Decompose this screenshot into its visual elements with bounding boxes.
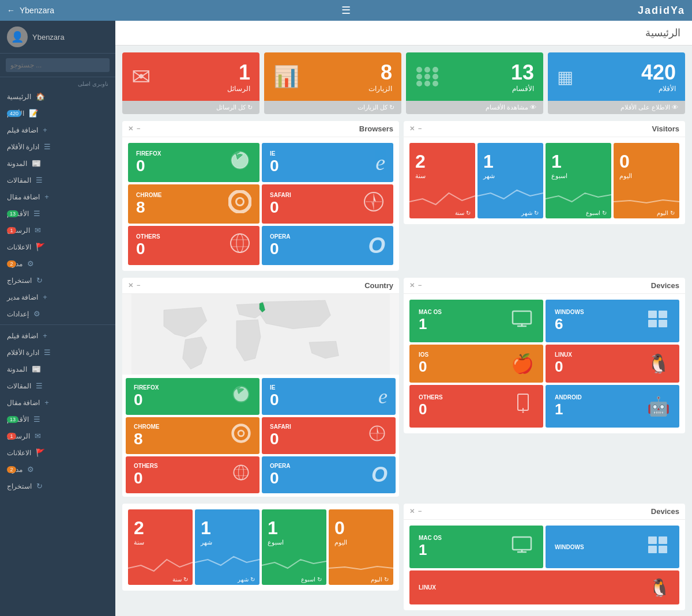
minimize-icon[interactable]: − bbox=[137, 125, 140, 133]
browsers-panel-header: ✕ − Browsers bbox=[122, 121, 399, 137]
minimize2-icon[interactable]: − bbox=[418, 125, 422, 133]
c-firefox-info: FIREFOX 0 bbox=[134, 384, 159, 409]
hamburger-icon[interactable]: ☰ bbox=[341, 4, 351, 17]
visitor-year-footer[interactable]: ↻ سنة bbox=[409, 207, 475, 218]
sidebar-item-films[interactable]: 📝 الأقلام 420 bbox=[0, 105, 115, 122]
close2-icon[interactable]: ✕ bbox=[409, 125, 415, 133]
ie-count: 0 bbox=[270, 157, 279, 175]
sidebar-item-managers2[interactable]: ⚙ مدراء 2 bbox=[0, 461, 115, 478]
search-input[interactable] bbox=[6, 58, 110, 72]
sidebar-item-messages2[interactable]: ✉ الرسائل 1 bbox=[0, 428, 115, 444]
visitor-today-footer[interactable]: ↻ اليوم bbox=[614, 207, 679, 218]
visitor-month-chart bbox=[477, 184, 543, 207]
sidebar-item-categories[interactable]: ☰ الأقسام 13 bbox=[0, 205, 115, 222]
stat-visits-footer[interactable]: ↻ كل الزيارات bbox=[264, 101, 401, 114]
minimize3-icon[interactable]: − bbox=[137, 282, 140, 289]
close3-icon[interactable]: ✕ bbox=[128, 282, 133, 289]
sync-icon: ↻ bbox=[247, 104, 253, 111]
visitor2-month-label: شهر bbox=[201, 539, 212, 546]
device-android: ANDROID 1 🤖 bbox=[546, 385, 679, 428]
sidebar-item-label: استخراج bbox=[7, 277, 32, 285]
browser-grid: FIREFOX 0 bbox=[128, 143, 393, 265]
browser-tile-ie: IE 0 e bbox=[262, 143, 393, 182]
windows2-icon bbox=[646, 532, 670, 561]
devices-panel-controls[interactable]: ✕ − bbox=[409, 282, 422, 289]
page-title: الرئيسية bbox=[115, 21, 692, 46]
opera-count: 0 bbox=[270, 240, 291, 258]
stat-messages-footer[interactable]: ↻ كل الرسائل bbox=[122, 101, 260, 114]
c-safari-icon bbox=[367, 423, 388, 448]
country-firefox: FIREFOX 0 bbox=[126, 378, 260, 415]
visitors2-panel: 2 سنة ↻ سنة bbox=[122, 504, 399, 591]
country-devices-row: ✕ − Country bbox=[115, 271, 692, 497]
stat-films-footer[interactable]: 👁 الاطلاع على الأقلام bbox=[548, 101, 685, 114]
visitor2-month-footer[interactable]: ↻ شهر bbox=[195, 574, 260, 585]
browsers-panel-controls[interactable]: ✕ − bbox=[128, 125, 140, 133]
devices2-panel-controls[interactable]: ✕ − bbox=[409, 508, 422, 515]
sidebar-item-settings[interactable]: ⚙ إعدادات bbox=[0, 305, 115, 322]
sidebar-item-blog[interactable]: 📰 المدونة bbox=[0, 155, 115, 172]
windows-info: WINDOWS 6 bbox=[555, 309, 584, 333]
visitor2-week-footer[interactable]: ↻ اسبوع bbox=[262, 574, 326, 585]
sidebar-item-export2[interactable]: ↻ استخراج bbox=[0, 478, 115, 494]
messages-icon: ✉ bbox=[35, 226, 41, 235]
sidebar-search[interactable] bbox=[0, 54, 115, 77]
visitor2-year-footer[interactable]: ↻ سنة bbox=[128, 574, 193, 585]
c-ie-info: IE 0 bbox=[270, 384, 279, 409]
sidebar-item-categories2[interactable]: ☰ الأقسام 13 bbox=[0, 411, 115, 428]
sidebar-item-manage-films[interactable]: ☰ ادارة الأقلام bbox=[0, 138, 115, 155]
stat-categories-footer[interactable]: 👁 مشاهدة الأقسام bbox=[406, 101, 543, 114]
sidebar-item-add-article[interactable]: + اضافة مقال bbox=[0, 188, 115, 205]
top-header: ← Ybenzara ☰ JadidYa bbox=[0, 0, 692, 21]
visitor2-today-footer[interactable]: ↻ اليوم bbox=[329, 574, 393, 585]
sidebar-item-articles2[interactable]: ☰ المقالات bbox=[0, 377, 115, 394]
macos-name: MAC OS bbox=[419, 309, 442, 315]
stat-categories-info: 13 الأقسام bbox=[511, 61, 534, 93]
sidebar-item-home[interactable]: 🏠 الرئيسية bbox=[0, 88, 115, 105]
close-icon[interactable]: ✕ bbox=[128, 125, 133, 133]
minimize4-icon[interactable]: − bbox=[418, 282, 422, 289]
sidebar-item-add-article2[interactable]: + اضافة مقال bbox=[0, 394, 115, 411]
svg-point-10 bbox=[236, 234, 243, 252]
country-title: Country bbox=[364, 281, 393, 290]
country-ie: IE 0 e bbox=[262, 378, 396, 415]
sidebar-item-label: اضافة مدير bbox=[7, 293, 38, 301]
svg-point-35 bbox=[522, 411, 524, 413]
back-icon[interactable]: ← bbox=[7, 6, 15, 15]
macos-count: 1 bbox=[419, 315, 442, 333]
sidebar-item-messages[interactable]: ✉ الرسائل 1 bbox=[0, 222, 115, 239]
sidebar-item-ads[interactable]: 🚩 الاعلانات bbox=[0, 239, 115, 255]
sidebar-item-export[interactable]: ↻ استخراج bbox=[0, 272, 115, 289]
home-icon: 🏠 bbox=[36, 92, 45, 101]
categories2-icon: ☰ bbox=[33, 415, 40, 424]
c-chrome-icon bbox=[231, 423, 251, 448]
sidebar-item-blog2[interactable]: 📰 المدونة bbox=[0, 361, 115, 377]
sidebar-item-label: اضافة فيلم bbox=[7, 332, 38, 340]
close5-icon[interactable]: ✕ bbox=[409, 508, 415, 515]
visitor-week-footer[interactable]: ↻ اسبوع bbox=[546, 207, 611, 218]
sidebar-item-add-film2[interactable]: + اضافة فيلم bbox=[0, 327, 115, 344]
visitor2-month-chart bbox=[195, 551, 260, 574]
stat-films-info: 420 الأقلام bbox=[641, 61, 676, 93]
sidebar-item-manage-films2[interactable]: ☰ ادارة الأقلام bbox=[0, 344, 115, 361]
android-icon: 🤖 bbox=[647, 395, 670, 417]
today2-footer-icon: ↻ bbox=[384, 576, 389, 583]
sidebar-item-ads2[interactable]: 🚩 الاعلانات bbox=[0, 444, 115, 461]
visitor-month-footer[interactable]: ↻ شهر bbox=[477, 207, 543, 218]
minimize5-icon[interactable]: − bbox=[418, 508, 422, 515]
country-panel-controls[interactable]: ✕ − bbox=[128, 282, 140, 289]
visitors-panel-controls[interactable]: ✕ − bbox=[409, 125, 422, 133]
ie-info: IE 0 bbox=[270, 150, 279, 175]
close4-icon[interactable]: ✕ bbox=[409, 282, 415, 289]
devices-grid: MAC OS 1 bbox=[409, 300, 679, 428]
plus-icon: + bbox=[43, 126, 47, 134]
sidebar-item-add-manager[interactable]: + اضافة مدير bbox=[0, 289, 115, 305]
sidebar-item-add-film[interactable]: + اضافة فيلم bbox=[0, 122, 115, 138]
sidebar-item-managers[interactable]: ⚙ مدراء 2 bbox=[0, 255, 115, 272]
visitor2-month-top: 1 شهر bbox=[195, 509, 260, 551]
stat-card-categories: 13 الأقسام bbox=[406, 52, 543, 114]
visitor-today-top: 0 اليوم bbox=[614, 143, 679, 184]
android-count: 1 bbox=[555, 400, 582, 418]
sidebar-item-articles[interactable]: ☰ المقالات bbox=[0, 172, 115, 188]
blog2-icon: 📰 bbox=[32, 365, 41, 373]
